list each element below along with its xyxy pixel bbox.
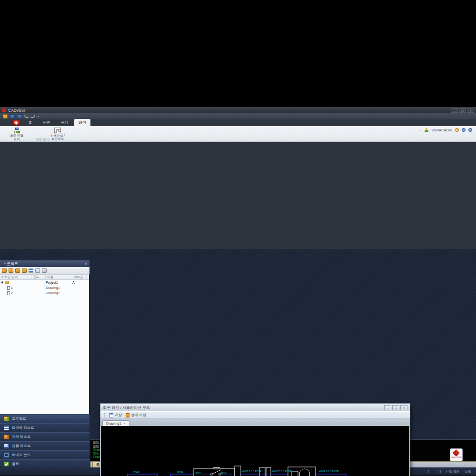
ribbon-tab-3[interactable]: 해석 bbox=[74, 119, 90, 126]
drawing-window-title: 회로 해석 / 시뮬레이션 모드 bbox=[103, 405, 150, 410]
tree-row-0[interactable]: Project1A bbox=[0, 280, 89, 285]
drawing-maximize-button[interactable]: □ bbox=[392, 405, 399, 410]
drawing-window-titlebar[interactable]: 회로 해석 / 시뮬레이션 모드 – □ × bbox=[100, 404, 410, 411]
left-nav: 프로젝트와이어 리스트자재 리스트심볼 리스트하네스 보드출력 bbox=[0, 414, 89, 468]
circuit-label-0: W005 bbox=[133, 471, 139, 473]
panel-collapse-icon[interactable]: « bbox=[85, 262, 87, 266]
undo-icon[interactable] bbox=[24, 115, 29, 118]
drawing-icon bbox=[7, 291, 10, 295]
print-icon[interactable] bbox=[42, 268, 47, 273]
signal-analysis-label1: 신호분석 / bbox=[44, 134, 71, 137]
ribbon-tabs: 홈도면보기해석 bbox=[24, 119, 92, 126]
circuit-label-4: W003 B 0.5 ACOR bbox=[242, 470, 262, 473]
col-code[interactable]: 코드 bbox=[31, 275, 46, 279]
col-design-number[interactable]: 디자인 넘버 bbox=[0, 275, 31, 279]
save-all-icon[interactable] bbox=[17, 114, 22, 119]
drawing-tab-label: Drawing1 bbox=[106, 421, 121, 426]
col-name[interactable]: 이름 bbox=[46, 275, 72, 279]
shield-icon bbox=[453, 449, 460, 457]
ribbon-tab-1[interactable]: 도면 bbox=[38, 119, 54, 126]
project-panel-header: 프로젝트 « bbox=[0, 260, 89, 267]
status-select-filter[interactable]: 선택 필터 bbox=[446, 469, 460, 474]
open-project-icon[interactable] bbox=[9, 268, 13, 273]
help-icon[interactable] bbox=[462, 128, 466, 132]
sidebar-label-0: 프로젝트 bbox=[12, 416, 26, 421]
ribbon-tab-row: 홈도면보기해석 bbox=[0, 119, 476, 126]
new-document-icon[interactable] bbox=[35, 268, 40, 273]
project-tree-header: 디자인 넘버 코드 이름 리비전 bbox=[0, 275, 89, 280]
drawing-tab-strip: Drawing1 × bbox=[100, 419, 410, 426]
motor-symbol[interactable] bbox=[288, 467, 316, 476]
sidebar-icon-2 bbox=[4, 435, 9, 439]
waveform-icon bbox=[54, 128, 61, 133]
workspace: 프로젝트 « 디자인 넘버 코드 이름 리비전 Project1A1D bbox=[0, 249, 476, 468]
drawing-minimize-button[interactable]: – bbox=[384, 405, 391, 410]
tree-num-text: 1 bbox=[11, 286, 13, 289]
toolbar-grip bbox=[104, 413, 106, 417]
circuit-label-3: PIN2 bbox=[221, 472, 227, 475]
schematic-canvas[interactable]: Battery bbox=[101, 426, 409, 476]
redo-icon[interactable] bbox=[31, 115, 35, 118]
sidebar-item-3[interactable]: 심볼 리스트 bbox=[0, 441, 89, 450]
open-icon[interactable] bbox=[3, 114, 8, 119]
add-drawing-icon[interactable] bbox=[15, 268, 20, 273]
tree-num-text: 2 bbox=[11, 291, 13, 295]
app-window-controls: – □ × bbox=[451, 108, 474, 113]
sidebar-icon-5 bbox=[4, 462, 9, 466]
ribbon-collapse-icon[interactable]: ︿ bbox=[418, 128, 422, 132]
list-view-icon[interactable] bbox=[29, 268, 33, 273]
app-titlebar: CADvizor – □ × bbox=[0, 107, 476, 113]
sidebar-label-5: 출력 bbox=[12, 462, 19, 466]
save-drawing-button[interactable]: 저장 bbox=[109, 413, 122, 417]
status-layers-icon[interactable] bbox=[437, 470, 441, 473]
tree-cell-rev: A bbox=[72, 281, 87, 284]
web-icon[interactable] bbox=[468, 128, 472, 132]
tree-row-1[interactable]: 1Drawing1 bbox=[0, 285, 89, 290]
circuit-stack-icon bbox=[14, 128, 20, 133]
new-project-icon[interactable] bbox=[2, 268, 7, 273]
project-panel-toolbar bbox=[0, 267, 89, 275]
circuit-view-label1: 회로 연결 bbox=[6, 134, 28, 137]
sidebar-label-3: 심볼 리스트 bbox=[12, 444, 31, 448]
expander-icon[interactable] bbox=[0, 281, 4, 284]
quickbar-dropdown-icon[interactable]: ▾ bbox=[38, 115, 40, 119]
ribbon-tab-2[interactable]: 보기 bbox=[56, 119, 72, 126]
tree-cell-num: 1 bbox=[0, 286, 31, 290]
circuit-label-5: W002 B 0.5 ACOR bbox=[272, 470, 292, 473]
license-key-icon[interactable] bbox=[455, 128, 459, 132]
fuse-symbol[interactable] bbox=[235, 466, 241, 476]
col-revision[interactable]: 리비전 bbox=[72, 275, 87, 279]
sidebar-item-0[interactable]: 프로젝트 bbox=[0, 414, 89, 423]
state-save-button[interactable]: 상태 저장 bbox=[126, 413, 146, 417]
drawing-tab[interactable]: Drawing1 × bbox=[102, 420, 129, 426]
cadvizor-logo-icon[interactable] bbox=[12, 120, 20, 126]
status-settings[interactable]: 설정 bbox=[465, 469, 471, 474]
tree-row-2[interactable]: 2Drawing2 bbox=[0, 290, 89, 296]
sidebar-label-2: 자재 리스트 bbox=[12, 435, 31, 439]
tree-cell-name: Project1 bbox=[46, 281, 72, 284]
sidebar-label-4: 하네스 보드 bbox=[12, 453, 31, 457]
app-window: CADvizor – □ × ▾ 홈도면보기해석 bbox=[0, 107, 476, 369]
drawing-window-controls: – □ × bbox=[384, 405, 407, 410]
sidebar-item-1[interactable]: 와이어 리스트 bbox=[0, 423, 89, 432]
import-icon[interactable] bbox=[22, 268, 27, 273]
project-tree-rows: Project1A1Drawing12Drawing2 bbox=[0, 280, 89, 296]
sidebar-icon-4 bbox=[4, 453, 9, 457]
minimize-button[interactable]: – bbox=[451, 108, 458, 113]
sidebar-item-2[interactable]: 자재 리스트 bbox=[0, 432, 89, 441]
project-tree: 디자인 넘버 코드 이름 리비전 Project1A1Drawing12Draw… bbox=[0, 275, 89, 414]
drawing-tab-close-icon[interactable]: × bbox=[124, 422, 126, 425]
document-icon bbox=[109, 413, 113, 417]
drawing-close-button[interactable]: × bbox=[400, 405, 407, 410]
user-name[interactable]: YURACADVI bbox=[431, 128, 452, 132]
save-drawing-label: 저장 bbox=[115, 413, 122, 417]
maximize-button[interactable]: □ bbox=[459, 108, 466, 113]
battery-icon bbox=[126, 413, 129, 417]
save-icon[interactable] bbox=[10, 114, 15, 119]
close-button[interactable]: × bbox=[467, 108, 474, 113]
tree-cell-name: Drawing1 bbox=[46, 286, 72, 289]
status-grid-icon[interactable] bbox=[428, 470, 432, 473]
ribbon-tab-0[interactable]: 홈 bbox=[24, 119, 36, 126]
sidebar-item-4[interactable]: 하네스 보드 bbox=[0, 450, 89, 459]
screenshot-stage: CADvizor – □ × ▾ 홈도면보기해석 bbox=[0, 0, 476, 476]
